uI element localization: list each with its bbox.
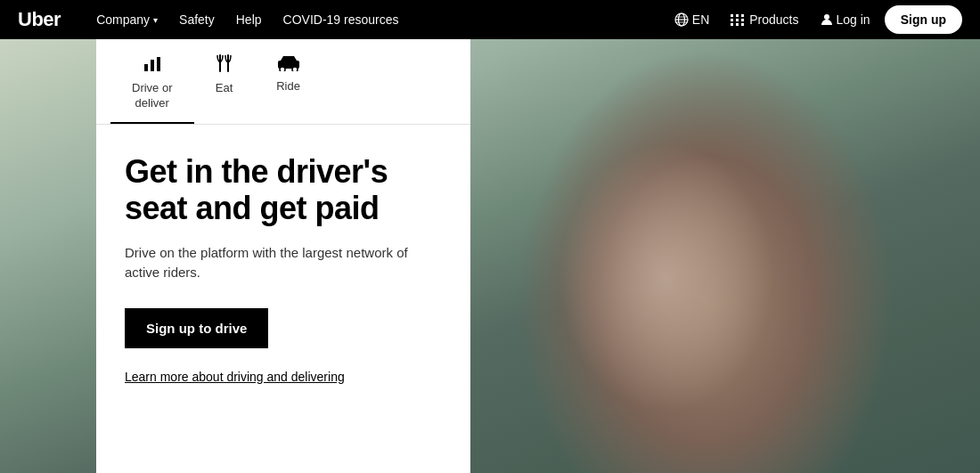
language-selector[interactable]: EN	[667, 12, 716, 27]
hero-section: Drive ordeliver Eat	[0, 39, 980, 473]
fork-knife-icon	[216, 53, 233, 76]
grid-icon	[731, 14, 745, 26]
navbar: Uber Company ▾ Safety Help COVID-19 reso…	[0, 0, 980, 39]
globe-icon	[674, 12, 689, 27]
tab-eat-label: Eat	[216, 81, 233, 96]
tab-drive-deliver-label: Drive ordeliver	[132, 81, 173, 111]
svg-rect-7	[151, 60, 154, 71]
tab-ride[interactable]: Ride	[255, 39, 323, 124]
login-label: Log in	[837, 12, 870, 27]
nav-safety[interactable]: Safety	[168, 12, 225, 27]
signup-to-drive-button[interactable]: Sign up to drive	[125, 308, 268, 348]
learn-more-link[interactable]: Learn more about driving and delivering	[125, 370, 442, 384]
card-body: Get in the driver's seat and get paid Dr…	[96, 125, 470, 473]
bar-chart-icon	[143, 53, 162, 76]
lang-label: EN	[692, 12, 709, 27]
car-icon	[276, 53, 301, 74]
tab-bar: Drive ordeliver Eat	[96, 39, 470, 125]
svg-point-5	[824, 14, 829, 20]
hero-headline: Get in the driver's seat and get paid	[125, 153, 442, 227]
nav-company[interactable]: Company ▾	[86, 12, 168, 27]
products-label: Products	[749, 12, 798, 27]
login-button[interactable]: Log in	[813, 12, 878, 27]
hero-subtext: Drive on the platform with the largest n…	[125, 243, 442, 283]
svg-point-14	[292, 67, 298, 71]
svg-rect-6	[144, 64, 148, 71]
svg-point-13	[280, 67, 285, 71]
tab-drive-deliver[interactable]: Drive ordeliver	[110, 39, 194, 124]
nav-help[interactable]: Help	[225, 12, 273, 27]
navbar-right: EN Products Log in Sign up	[667, 5, 962, 34]
tab-ride-label: Ride	[276, 79, 300, 94]
nav-links: Company ▾ Safety Help COVID-19 resources	[86, 12, 667, 27]
chevron-down-icon: ▾	[153, 15, 158, 25]
content-card: Drive ordeliver Eat	[96, 39, 470, 473]
uber-logo[interactable]: Uber	[18, 8, 61, 31]
svg-rect-8	[157, 57, 160, 71]
nav-covid[interactable]: COVID-19 resources	[273, 12, 410, 27]
products-menu[interactable]: Products	[723, 12, 805, 27]
nav-company-label: Company	[96, 12, 150, 27]
signup-button[interactable]: Sign up	[885, 5, 962, 34]
person-icon	[821, 13, 833, 26]
tab-eat[interactable]: Eat	[194, 39, 255, 124]
